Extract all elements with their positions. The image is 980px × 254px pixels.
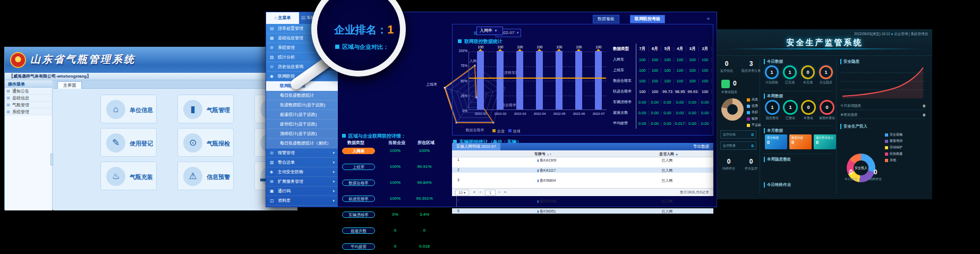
network-stats-panel: 入网率▼ 联网联控数据统计 100%75%50%25%0% 100 bbox=[452, 24, 713, 136]
tab-network-assessment[interactable]: 联网联控考核 bbox=[630, 15, 665, 23]
compare-section-title: 区域与企业对比： bbox=[335, 43, 389, 51]
menu-card[interactable]: ⚠ 信息预警 bbox=[177, 162, 234, 190]
dashboard-menu-item[interactable]: ⊞ 扩展服务管理 ▾ bbox=[266, 177, 338, 187]
stat-card[interactable]: 检查问题 0 bbox=[789, 134, 812, 149]
sidebar-tree-item[interactable]: ⊞ 基础信息 bbox=[5, 95, 52, 101]
dashboard-menu-item[interactable]: 每日轨迹数据统计（测试） bbox=[266, 139, 338, 148]
month-cell: 100 bbox=[636, 89, 649, 94]
row-number: 2 bbox=[457, 168, 459, 172]
tab-overflow-icon[interactable]: » bbox=[707, 16, 710, 21]
card-value: 0 bbox=[816, 140, 834, 145]
tab-data-board[interactable]: 数据看板 bbox=[593, 15, 619, 23]
expand-plus-icon[interactable]: ⊞ bbox=[6, 108, 10, 115]
stat-card[interactable]: 累计安全投入 0 bbox=[814, 134, 836, 149]
vehicle-icon: ▮ bbox=[537, 179, 539, 182]
dashboard-menu-item[interactable]: ◫ 资料库 ▾ bbox=[266, 196, 338, 206]
bar[interactable] bbox=[575, 51, 582, 109]
metric-button[interactable]: 上线率 bbox=[342, 164, 375, 170]
dashboard-menu-item[interactable]: ▣ 通行码 ▾ bbox=[266, 187, 338, 196]
expand-plus-icon[interactable]: ⊞ bbox=[6, 101, 10, 108]
menu-card[interactable]: ▮ 气瓶管理 bbox=[177, 95, 234, 123]
vehicle-icon: ▮ bbox=[537, 200, 539, 203]
legend-swatch bbox=[885, 140, 888, 143]
menu-card[interactable]: ✎ 使用登记 bbox=[100, 128, 157, 157]
month-row-label: 超速次数 bbox=[612, 107, 636, 118]
stat-card[interactable]: 安全检查 0 bbox=[765, 134, 787, 149]
expand-plus-icon[interactable]: ⊞ bbox=[6, 88, 10, 95]
menu-item-icon: ▥ bbox=[270, 158, 274, 167]
prev-page-button[interactable]: ‹ bbox=[480, 190, 481, 196]
dashboard-menu-item[interactable]: 轨迹数据统计(基于运政) bbox=[266, 100, 338, 110]
sidebar-tree-item[interactable]: ⊞ 气瓶管理 bbox=[5, 101, 52, 108]
first-page-button[interactable]: « bbox=[473, 190, 475, 196]
dashboard-menu-item[interactable]: ◎ 报警管理 ▾ bbox=[266, 148, 338, 158]
divider bbox=[763, 154, 833, 154]
card-icon: ♨ bbox=[106, 167, 125, 186]
dashboard-menu-item[interactable]: ▥ 整合运单 ▾ bbox=[266, 158, 338, 167]
table-row[interactable]: 2 ▮鲁KA1117 已入网 bbox=[452, 167, 713, 173]
last-page-button[interactable]: » bbox=[504, 190, 506, 196]
sort-status-column[interactable]: 是否入网 ▲ bbox=[659, 150, 678, 158]
sort-plate-column[interactable]: 车牌号 ▲▼ bbox=[534, 150, 552, 158]
stat-value: 0 bbox=[874, 168, 877, 176]
metric-button[interactable]: 入网率 bbox=[342, 148, 375, 154]
bar[interactable] bbox=[497, 51, 504, 109]
sidebar-tree-item[interactable]: ⊞ 通知公告 bbox=[5, 88, 52, 95]
region-value: 99.391% bbox=[411, 196, 438, 201]
table-row[interactable]: 6 ▮鲁K56951 已入网 bbox=[452, 208, 713, 214]
legend-swatch bbox=[885, 146, 888, 149]
bar[interactable] bbox=[516, 51, 523, 109]
gauge-ring: 1 bbox=[765, 100, 780, 115]
main-content: ⌂ 单位信息 ▮ 气瓶管理 ✎ 使用登记 ⊙ bbox=[53, 89, 297, 210]
x-axis-label: 2022-07 bbox=[589, 112, 608, 115]
month-cell: 98.95 bbox=[674, 89, 687, 94]
menu-card[interactable]: ⌂ 单位信息 bbox=[100, 95, 157, 123]
metric-button[interactable]: 数据合格率 bbox=[342, 180, 375, 186]
page-size-select[interactable]: 10 ▾ bbox=[455, 190, 469, 196]
metric-button[interactable]: 平均疲劳 bbox=[342, 243, 375, 250]
header-user-info: 2022/06/03(周五) 16:12 ● 后台管理 | 系统管理员 bbox=[854, 32, 928, 37]
today-badges: 1 计划巡检 1 已完成 0 未完成 1 安全隐患 bbox=[765, 65, 833, 85]
metric-button[interactable]: 超速次数 bbox=[342, 227, 375, 234]
month-cell: 0.00 bbox=[636, 100, 649, 105]
metric-select[interactable]: 入网率▼ bbox=[476, 27, 503, 35]
dashboard-menu-item[interactable]: 疲劳统计(基于运政) bbox=[266, 120, 338, 129]
month-cell: 0.00 bbox=[661, 111, 674, 115]
tab-main-menu[interactable]: ⌂ 主菜单 bbox=[266, 12, 299, 24]
current-page-input[interactable]: 1 bbox=[485, 190, 496, 196]
next-page-button[interactable]: › bbox=[499, 190, 500, 196]
tree-item-label: 气瓶管理 bbox=[12, 103, 29, 107]
metric-button[interactable]: 轨迹完整率 bbox=[342, 196, 375, 202]
dashboard-menu-item[interactable]: 漂移统计(基于运政) bbox=[266, 129, 338, 139]
user-name[interactable]: 后台管理 bbox=[894, 32, 908, 36]
stat: 0 今日作业 bbox=[845, 168, 857, 182]
menu-card[interactable]: ⊙ 气瓶报检 bbox=[177, 128, 234, 157]
month-cell: 0.00 bbox=[649, 100, 662, 105]
col-header-type: 数据类型 bbox=[347, 140, 364, 146]
bar[interactable] bbox=[477, 51, 484, 109]
monitor-label: 监控数量 bbox=[723, 143, 736, 148]
tab-vehicle-detail[interactable]: 车辆入网明细 2022-07 bbox=[452, 143, 500, 150]
dashboard-menu-item[interactable]: ◈ 主动安全防御 ▾ bbox=[266, 167, 338, 177]
sidebar-tree-item[interactable]: ⊞ 系统管理 bbox=[5, 108, 52, 115]
dashboard-menu-item[interactable]: 超速统计(基于运政) bbox=[266, 110, 338, 120]
bar[interactable] bbox=[595, 51, 602, 109]
table-row[interactable]: 1 ▮鲁KA1909 已入网 bbox=[452, 157, 713, 163]
table-row[interactable]: 5 ▮鲁KA7005 已入网 bbox=[452, 198, 713, 204]
bar[interactable] bbox=[556, 51, 563, 109]
month-row: 超速次数 0.00 0.00 0.00 0.00 0.00 0.00 bbox=[612, 107, 712, 118]
table-row[interactable]: 3 ▮鲁K96804 已入网 bbox=[452, 177, 713, 183]
month-cell: 0.00 bbox=[699, 100, 712, 105]
section-today: 今日数据 bbox=[764, 59, 783, 64]
menu-card[interactable]: ♨ 气瓶充装 bbox=[100, 162, 157, 190]
expand-plus-icon[interactable]: ⊞ bbox=[6, 95, 10, 101]
month-cell: 100 bbox=[686, 68, 699, 73]
bar[interactable] bbox=[536, 51, 543, 109]
export-data-button[interactable]: 导出数据 bbox=[693, 143, 709, 150]
company-name: 【威海晟祥气体有限公司-whshengxiang】 bbox=[9, 73, 91, 79]
monitor-rows: 监控在线 0 监控数量 0 bbox=[720, 130, 756, 150]
metric-button[interactable]: 车辆漂移率 bbox=[342, 211, 375, 218]
menu-item-label: 轨迹数据统计(基于运政) bbox=[280, 103, 325, 107]
dashboard-menu-item[interactable]: 每日轨迹数据统计 bbox=[266, 91, 338, 100]
tab-main[interactable]: 主界面 bbox=[57, 81, 82, 89]
